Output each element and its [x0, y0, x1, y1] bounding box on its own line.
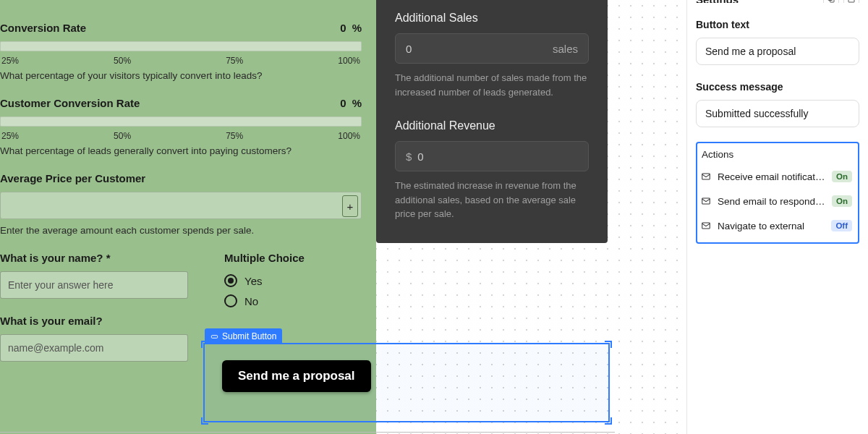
- email-field: What is your email? name@example.com: [0, 315, 188, 362]
- price-input[interactable]: +: [0, 192, 362, 219]
- radio-yes[interactable]: Yes: [224, 274, 305, 287]
- field-label: Conversion Rate: [0, 22, 86, 34]
- actions-title: Actions: [699, 148, 854, 164]
- multiple-choice-field: Multiple Choice Yes No: [224, 252, 305, 307]
- button-text-input[interactable]: Send me a proposal: [696, 38, 859, 65]
- resize-handle-tr[interactable]: [605, 341, 612, 348]
- mail-icon: [700, 171, 712, 182]
- resize-handle-bl[interactable]: [201, 417, 208, 425]
- expand-icon[interactable]: [843, 0, 859, 3]
- field-helper: Enter the average amount each customer s…: [0, 225, 362, 236]
- settings-sidebar: Settings Button text Send me a proposal …: [687, 0, 868, 434]
- status-badge: On: [832, 195, 852, 207]
- field-label: Multiple Choice: [224, 252, 305, 264]
- submit-button[interactable]: Send me a proposal: [222, 360, 371, 392]
- slider-ticks: 25% 50% 75% 100%: [0, 56, 362, 66]
- slider-ticks: 25% 50% 75% 100%: [0, 131, 362, 141]
- status-badge: Off: [831, 220, 852, 231]
- lead-conversion-field: Conversion Rate 0 % 25% 50% 75% 100% Wha…: [0, 22, 362, 81]
- field-label: Customer Conversion Rate: [0, 97, 140, 109]
- price-field: Average Price per Customer + Enter the a…: [0, 172, 362, 236]
- additional-sales-value: 0 sales: [395, 33, 589, 64]
- field-value: 0: [340, 97, 346, 109]
- svg-rect-0: [211, 335, 217, 338]
- resize-handle-tl[interactable]: [201, 341, 208, 348]
- action-send-email[interactable]: Send email to responde… On: [699, 189, 854, 213]
- field-unit: %: [352, 22, 362, 34]
- additional-revenue-label: Additional Revenue: [395, 119, 589, 132]
- success-message-label: Success message: [696, 81, 859, 93]
- field-value: 0: [340, 22, 346, 34]
- submit-button-selection[interactable]: Submit Button Send me a proposal: [203, 343, 610, 422]
- slider[interactable]: [0, 116, 362, 127]
- field-helper: What percentage of your visitors typical…: [0, 70, 362, 81]
- action-receive-email[interactable]: Receive email notificati… On: [699, 164, 854, 189]
- button-text-label: Button text: [696, 19, 859, 30]
- svg-rect-3: [848, 0, 854, 2]
- stepper-up-icon[interactable]: +: [342, 195, 358, 217]
- divider: [0, 432, 615, 433]
- copy-icon[interactable]: [823, 0, 839, 3]
- name-field: What is your name? * Enter your answer h…: [0, 252, 188, 299]
- svg-rect-2: [828, 0, 833, 1]
- additional-sales-label: Additional Sales: [395, 12, 589, 25]
- success-message-input[interactable]: Submitted successfully: [696, 100, 859, 127]
- field-label: Average Price per Customer: [0, 172, 145, 184]
- status-badge: On: [832, 171, 852, 182]
- customer-conversion-field: Customer Conversion Rate 0 % 25% 50% 75%…: [0, 97, 362, 156]
- action-navigate-external[interactable]: Navigate to external Off: [699, 213, 854, 238]
- field-label: What is your name? *: [0, 252, 111, 264]
- mail-icon: [700, 196, 712, 206]
- resize-handle-br[interactable]: [605, 417, 612, 425]
- button-icon: [210, 333, 218, 341]
- field-label: What is your email?: [0, 315, 103, 327]
- editor-canvas[interactable]: Conversion Rate 0 % 25% 50% 75% 100% Wha…: [0, 0, 687, 434]
- selection-tag[interactable]: Submit Button: [205, 328, 282, 344]
- field-helper: What percentage of leads generally conve…: [0, 145, 362, 156]
- name-input[interactable]: Enter your answer here: [0, 271, 188, 299]
- additional-revenue-value: $ 0: [395, 141, 589, 171]
- field-unit: %: [352, 97, 362, 109]
- actions-panel: Actions Receive email notificati… On Sen…: [696, 142, 859, 244]
- additional-revenue-help: The estimated increase in revenue from t…: [395, 179, 589, 221]
- additional-sales-help: The additional number of sales made from…: [395, 71, 589, 99]
- slider[interactable]: [0, 41, 362, 51]
- email-input[interactable]: name@example.com: [0, 334, 188, 362]
- results-panel: Additional Sales 0 sales The additional …: [376, 0, 608, 243]
- radio-no[interactable]: No: [224, 294, 305, 307]
- mail-icon: [700, 221, 712, 231]
- sidebar-title: Settings: [696, 0, 739, 3]
